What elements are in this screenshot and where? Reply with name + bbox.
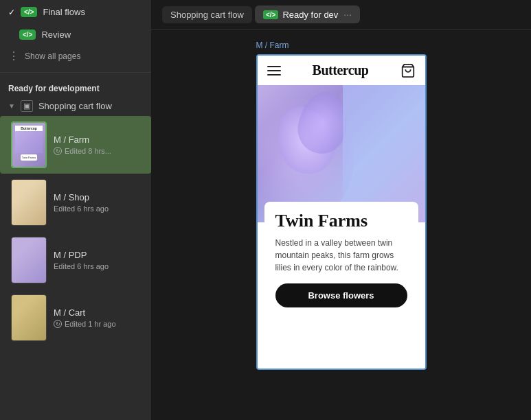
tab-more-icon[interactable]: ··· bbox=[343, 9, 352, 20]
tab-ready-for-dev[interactable]: </> Ready for dev ··· bbox=[255, 5, 360, 23]
tab-bar: Shopping cart flow </> Ready for dev ··· bbox=[151, 0, 531, 30]
page-edited-cart: ↻ Edited 1 hr ago bbox=[54, 320, 116, 328]
tab-label-shopping-cart: Shopping cart flow bbox=[170, 10, 244, 20]
review-code-badge: </> bbox=[19, 30, 36, 40]
page-edited-shop: Edited 6 hrs ago bbox=[54, 205, 109, 213]
show-all-label: Show all pages bbox=[25, 51, 80, 61]
dots-icon: ⋮ bbox=[8, 49, 19, 62]
phone-frame: Buttercup Twin Farms Nestled in a valley bbox=[256, 54, 427, 370]
tab-shopping-cart-flow[interactable]: Shopping cart flow bbox=[162, 6, 252, 23]
cart-icon[interactable] bbox=[400, 63, 416, 78]
page-info-cart: M / Cart ↻ Edited 1 hr ago bbox=[54, 307, 116, 328]
card-overlay: Twin Farms Nestled in a valley between t… bbox=[264, 202, 418, 369]
sidebar-item-shopping-cart-flow[interactable]: ▼ ▣ Shopping cart flow bbox=[0, 96, 151, 116]
tab-label-ready-for-dev: Ready for dev bbox=[282, 10, 338, 20]
main-content: Shopping cart flow </> Ready for dev ···… bbox=[151, 0, 531, 420]
hamburger-line-1 bbox=[267, 66, 281, 67]
page-list: Buttercup Twin Farms M / Farm ↻ Edited 8… bbox=[0, 116, 151, 347]
chevron-down-icon: ▼ bbox=[8, 102, 15, 110]
sync-icon: ↻ bbox=[54, 147, 62, 155]
card-description: Nestled in a valley between twin mountai… bbox=[275, 237, 407, 274]
page-info-farm: M / Farm ↻ Edited 8 hrs... bbox=[54, 135, 111, 155]
page-thumb-farm: Buttercup Twin Farms bbox=[11, 121, 47, 168]
page-thumb-shop bbox=[11, 179, 47, 226]
sidebar-item-final-flows[interactable]: ✓ </> Final flows bbox=[0, 0, 151, 24]
frame-wrapper: M / Farm Buttercup bbox=[256, 40, 427, 370]
sidebar-item-review[interactable]: </> Review bbox=[0, 24, 151, 45]
phone-header: Buttercup bbox=[258, 56, 425, 85]
page-item-pdp[interactable]: M / PDP Edited 6 hrs ago bbox=[0, 231, 151, 289]
page-name-pdp: M / PDP bbox=[54, 250, 109, 260]
code-icon-badge: </> bbox=[21, 7, 37, 17]
page-name-cart: M / Cart bbox=[54, 307, 116, 318]
page-thumb-pdp bbox=[11, 237, 47, 283]
tab-code-badge: </> bbox=[263, 10, 278, 19]
browse-flowers-button[interactable]: Browse flowers bbox=[275, 283, 407, 307]
shopping-cart-flow-label: Shopping cart flow bbox=[38, 101, 112, 111]
page-edited-pdp: Edited 6 hrs ago bbox=[54, 262, 109, 270]
page-item-farm[interactable]: Buttercup Twin Farms M / Farm ↻ Edited 8… bbox=[0, 116, 151, 174]
page-item-shop[interactable]: M / Shop Edited 6 hrs ago bbox=[0, 174, 151, 231]
review-label: Review bbox=[41, 30, 71, 40]
card-title: Twin Farms bbox=[275, 211, 407, 231]
sync-icon-cart: ↻ bbox=[54, 320, 62, 328]
ready-for-dev-section-label: Ready for development bbox=[0, 78, 151, 96]
check-icon: ✓ bbox=[8, 8, 15, 17]
page-item-cart[interactable]: M / Cart ↻ Edited 1 hr ago bbox=[0, 289, 151, 347]
page-name-farm: M / Farm bbox=[54, 135, 111, 145]
frame-label: M / Farm bbox=[256, 40, 289, 50]
page-edited-farm: ↻ Edited 8 hrs... bbox=[54, 147, 111, 155]
final-flows-label: Final flows bbox=[43, 7, 84, 17]
page-thumb-cart bbox=[11, 294, 47, 341]
canvas-area: M / Farm Buttercup bbox=[151, 30, 531, 420]
sidebar-show-all-pages[interactable]: ⋮ Show all pages bbox=[0, 45, 151, 67]
hamburger-icon[interactable] bbox=[267, 66, 281, 75]
sidebar-divider bbox=[0, 72, 151, 73]
page-info-shop: M / Shop Edited 6 hrs ago bbox=[54, 192, 109, 213]
hamburger-line-3 bbox=[267, 74, 281, 75]
sidebar: ✓ </> Final flows </> Review ⋮ Show all … bbox=[0, 0, 151, 420]
hamburger-line-2 bbox=[267, 70, 281, 71]
page-name-shop: M / Shop bbox=[54, 192, 109, 202]
page-info-pdp: M / PDP Edited 6 hrs ago bbox=[54, 250, 109, 270]
frame-icon: ▣ bbox=[21, 100, 33, 112]
brand-logo: Buttercup bbox=[313, 62, 369, 78]
